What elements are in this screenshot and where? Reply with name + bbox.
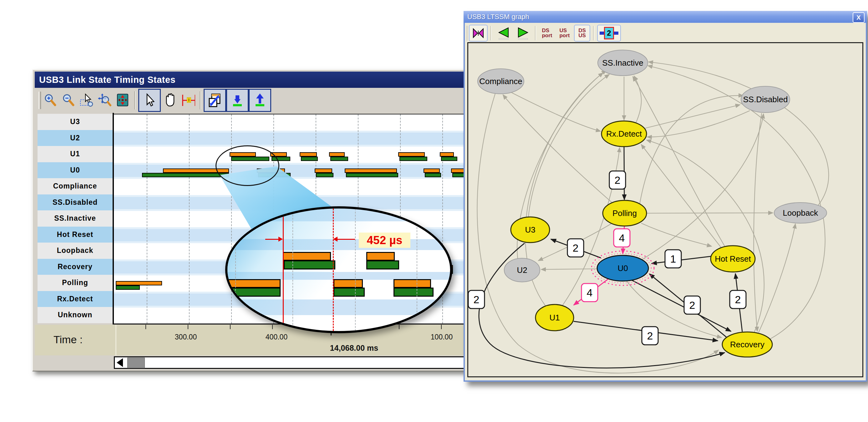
up-arrow-icon xyxy=(252,93,268,108)
state-node-label-polling: Polling xyxy=(613,208,637,218)
edge-polling-ssdisabled xyxy=(640,96,743,204)
upstream-bar xyxy=(345,168,397,173)
ltssm-title: USB3 LTSSM graph xyxy=(464,13,529,21)
toolbar-separator xyxy=(199,91,201,109)
count-right-bar xyxy=(614,32,618,35)
magnified-downstream-bar xyxy=(334,288,365,297)
downstream-bar xyxy=(116,285,140,290)
toolbar-grip[interactable] xyxy=(38,92,41,109)
hand-pan-icon xyxy=(163,93,177,108)
magnified-upstream-bar xyxy=(334,279,363,288)
measure-arrow-right xyxy=(335,239,355,240)
import-down-button[interactable] xyxy=(226,89,249,112)
callout-source-ellipse xyxy=(216,145,279,186)
timing-window-titlebar[interactable]: USB3 Link State Timing States xyxy=(35,72,468,88)
row-label-ss-disabled: SS.Disabled xyxy=(37,194,113,211)
close-button[interactable]: X xyxy=(853,12,865,23)
transition-count-label: 4 xyxy=(587,287,593,298)
zoom-selection-button[interactable] xyxy=(77,90,95,110)
ds-port-button[interactable]: DS port xyxy=(539,25,555,41)
measure-button[interactable] xyxy=(179,90,197,110)
downstream-bar xyxy=(142,173,229,177)
magnified-gridline xyxy=(292,208,293,331)
edge-polling-hotreset xyxy=(641,223,712,246)
axis-tick-label: 300.00 xyxy=(175,333,197,342)
axis-cursor-label: 14,068.00 ms xyxy=(330,344,378,353)
count-value: 2 xyxy=(604,27,614,39)
state-node-label-compliance: Compliance xyxy=(479,76,522,86)
horizontal-scrollbar[interactable] xyxy=(114,356,467,369)
magnified-gridline xyxy=(416,208,417,331)
ds-us-line2: US xyxy=(578,33,586,38)
bowtie-icon xyxy=(471,26,485,40)
prev-button[interactable] xyxy=(495,25,513,41)
toolbar-separator xyxy=(491,26,492,40)
toolbar-separator xyxy=(134,91,136,109)
upstream-bar xyxy=(424,168,440,173)
row-label-u0: U0 xyxy=(37,162,113,178)
transition-count-label: 1 xyxy=(670,253,676,265)
next-button[interactable] xyxy=(514,25,532,41)
edge-polling-compliance xyxy=(503,95,613,203)
downstream-bar xyxy=(441,157,457,161)
row-label-compliance: Compliance xyxy=(37,178,113,194)
us-port-button[interactable]: US port xyxy=(556,25,573,41)
row-label-loopback: Loopback xyxy=(37,242,113,259)
edge-u3-ssinactive xyxy=(528,74,609,218)
measure-icon xyxy=(181,93,195,108)
transition-count-button[interactable]: 2 xyxy=(597,25,621,41)
zoom-out-button[interactable] xyxy=(59,90,77,110)
state-node-label-ss-inactive: SS.Inactive xyxy=(602,58,643,67)
state-node-label-u1: U1 xyxy=(549,313,560,322)
magnified-upstream-bar xyxy=(366,252,395,261)
axis-tick xyxy=(230,325,230,329)
magnified-upstream-bar xyxy=(283,252,331,261)
measure-arrow-left xyxy=(265,239,281,240)
count-left-bar xyxy=(600,32,604,35)
edge-hotreset-rxdetect xyxy=(641,144,722,248)
transition-count-label: 2 xyxy=(647,330,653,342)
state-node-label-hot-reset: Hot Reset xyxy=(715,254,751,263)
axis-tick-label: 400.00 xyxy=(266,333,287,342)
time-axis: Time : 300.00400.00100.0014,068.00 ms xyxy=(35,325,468,355)
select-cursor-button[interactable] xyxy=(138,89,161,112)
measure-line-start xyxy=(283,208,284,331)
prev-arrow-icon xyxy=(496,26,511,40)
state-node-label-u3: U3 xyxy=(525,225,535,234)
zoom-out-icon xyxy=(61,93,75,108)
pan-grid-button[interactable] xyxy=(114,90,132,110)
fit-window-button[interactable] xyxy=(204,89,226,112)
timing-window-title: USB3 Link State Timing States xyxy=(35,75,176,85)
zoom-extents-button[interactable] xyxy=(95,90,114,110)
scrollbar-left-arrow[interactable] xyxy=(117,358,123,367)
measure-line-end xyxy=(333,208,334,331)
scrollbar-thumb[interactable] xyxy=(127,358,145,368)
zoom-in-button[interactable] xyxy=(41,90,59,110)
edge-recovery-rxdetect xyxy=(647,140,764,333)
transition-count-label: 2 xyxy=(473,294,479,305)
magnified-downstream-bar xyxy=(394,288,434,297)
edge-ssdisabled-recovery xyxy=(754,113,762,331)
row-label-hot-reset: Hot Reset xyxy=(37,227,113,243)
edge-u0-recovery xyxy=(631,280,731,331)
state-node-label-recovery: Recovery xyxy=(730,340,765,349)
axis-divider xyxy=(116,325,116,355)
ltssm-graph-panel: SS.InactiveComplianceSS.DisabledRx.Detec… xyxy=(467,42,863,377)
ds-us-button[interactable]: DS US xyxy=(574,25,590,41)
transition-count-icon: 2 xyxy=(600,27,618,39)
upstream-bar xyxy=(398,152,425,157)
row-label-u1: U1 xyxy=(37,146,113,162)
edge-rxdetect-ssinactive xyxy=(634,76,641,123)
hand-pan-button[interactable] xyxy=(161,90,179,110)
collapse-ports-button[interactable] xyxy=(469,25,488,41)
us-port-line2: port xyxy=(559,33,569,38)
gridline xyxy=(147,115,147,324)
time-axis-label: Time : xyxy=(54,333,83,346)
toolbar-grip[interactable] xyxy=(467,26,468,40)
ltssm-titlebar[interactable]: USB3 LTSSM graph X xyxy=(464,11,867,23)
state-node-label-rx-detect: Rx.Detect xyxy=(606,129,642,138)
axis-tick xyxy=(146,325,146,329)
export-up-button[interactable] xyxy=(249,89,271,112)
axis-tick xyxy=(441,325,442,329)
downstream-bar xyxy=(330,157,348,161)
